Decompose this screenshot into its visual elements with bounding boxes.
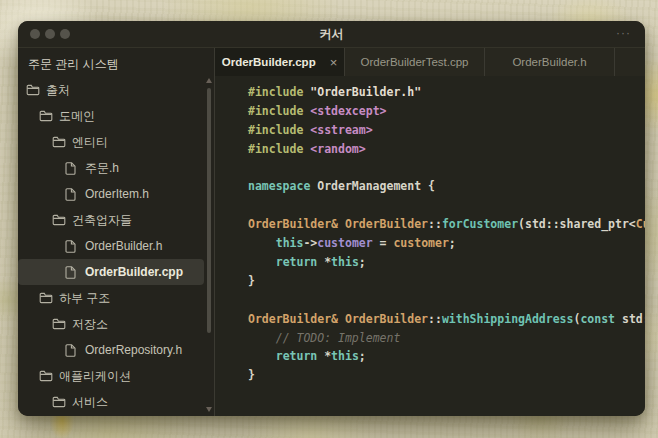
file-explorer-sidebar: 주문 관리 시스템 출처도메인엔티티주문.hOrderItem.h건축업자들Or… [18, 48, 214, 416]
code-token: <random> [310, 142, 365, 156]
code-line: #include <sstream> [248, 121, 645, 140]
sidebar-item[interactable]: 서비스 [18, 389, 214, 415]
code-line: #include "OrderBuilder.h" [248, 83, 645, 102]
code-token: = [373, 236, 394, 250]
sidebar-item-label: 건축업자들 [72, 212, 132, 229]
code-line: #include <random> [248, 140, 645, 159]
window-body: 주문 관리 시스템 출처도메인엔티티주문.hOrderItem.h건축업자들Or… [18, 48, 645, 416]
tab-label: OrderBuilder.h [512, 56, 586, 68]
code-token: <sstream> [310, 123, 372, 137]
sidebar-item-label: 도메인 [59, 108, 95, 125]
window-title: 커서 [18, 26, 645, 43]
sidebar-item-label: OrderBuilder.h [85, 239, 162, 253]
sidebar-item-selected[interactable]: OrderBuilder.cpp [18, 259, 204, 285]
sidebar-item[interactable]: 도메인 [18, 103, 214, 129]
tab-orderbuildertest-cpp[interactable]: OrderBuilderTest.cpp [345, 48, 485, 76]
file-icon [65, 344, 80, 357]
file-icon [65, 188, 80, 201]
sidebar-item[interactable]: 건축업자들 [18, 207, 214, 233]
code-line: #include <stdexcept> [248, 102, 645, 121]
folder-icon [39, 292, 54, 304]
code-line: } [248, 366, 645, 385]
sidebar-scrollbar[interactable] [206, 78, 211, 412]
code-token: Cus [636, 217, 645, 231]
sidebar-item[interactable]: 엔티티 [18, 129, 214, 155]
scroll-up-arrow-icon[interactable] [206, 78, 212, 83]
sidebar-item[interactable]: 주문.h [18, 155, 214, 181]
tab-bar: OrderBuilder.cpp×OrderBuilderTest.cppOrd… [215, 48, 645, 76]
code-token: * [317, 255, 331, 269]
tab-orderbuilder-cpp[interactable]: OrderBuilder.cpp× [215, 48, 345, 76]
sidebar-item[interactable]: OrderRepository.h [18, 337, 214, 363]
title-bar: 커서 ··· [18, 21, 645, 48]
sidebar-item-label: 서비스 [72, 394, 108, 411]
code-token: OrderBuilder [345, 217, 428, 231]
sidebar-item-label: OrderItem.h [85, 187, 149, 201]
sidebar-item-label: OrderBuilder.cpp [85, 265, 183, 279]
code-token [338, 312, 345, 326]
file-icon [65, 240, 80, 253]
code-token: ; [449, 236, 456, 250]
code-line: // TODO: Implement [248, 329, 645, 348]
sidebar-item-label: 애플리케이션 [59, 368, 131, 385]
desktop-background: { "window": { "title": "커서", "overflow_l… [0, 0, 658, 438]
code-line [248, 159, 645, 178]
code-line: namespace OrderManagement { [248, 177, 645, 196]
folder-icon [26, 84, 41, 96]
folder-icon [39, 110, 54, 122]
code-token: "OrderBuilder.h" [310, 85, 421, 99]
code-token: ; [359, 349, 366, 363]
code-token: return [276, 255, 318, 269]
code-line: this->customer = customer; [248, 234, 645, 253]
folder-icon [39, 370, 54, 382]
code-line: return *this; [248, 347, 645, 366]
tab-close-icon[interactable]: × [330, 55, 338, 70]
file-icon [65, 266, 80, 279]
code-token: OrderBuilder& [248, 217, 338, 231]
code-token [248, 255, 276, 269]
code-token: forCustomer [442, 217, 518, 231]
sidebar-item[interactable]: OrderItem.h [18, 181, 214, 207]
code-token: OrderBuilder [345, 312, 428, 326]
sidebar-item[interactable]: 저장소 [18, 311, 214, 337]
code-token: ; [359, 255, 366, 269]
code-token [248, 349, 276, 363]
code-token: :: [428, 217, 442, 231]
folder-icon [52, 396, 67, 408]
code-token: #include [248, 85, 303, 99]
sidebar-item-label: 하부 구조 [59, 290, 110, 307]
code-token: customer [317, 236, 372, 250]
folder-icon [52, 318, 67, 330]
code-token [248, 236, 276, 250]
code-token: } [248, 368, 255, 382]
code-token [338, 217, 345, 231]
code-token: * [317, 349, 331, 363]
code-token: namespace [248, 179, 310, 193]
sidebar-item[interactable]: 출처 [18, 77, 214, 103]
code-editor[interactable]: #include "OrderBuilder.h"#include <stdex… [215, 76, 645, 416]
code-line [248, 291, 645, 310]
code-token: return [276, 349, 318, 363]
scrollbar-thumb[interactable] [207, 88, 211, 333]
code-token: std:: [615, 312, 645, 326]
tab-label: OrderBuilder.cpp [222, 56, 316, 68]
sidebar-item-label: OrderRepository.h [85, 343, 182, 357]
tab-orderbuilder-h[interactable]: OrderBuilder.h [485, 48, 615, 76]
code-token: #include [248, 104, 303, 118]
code-line: OrderBuilder& OrderBuilder::forCustomer(… [248, 215, 645, 234]
sidebar-item-label: 저장소 [72, 316, 108, 333]
sidebar-item[interactable]: OrderBuilder.h [18, 233, 214, 259]
scroll-down-arrow-icon[interactable] [206, 407, 212, 412]
code-line [248, 196, 645, 215]
file-icon [65, 162, 80, 175]
code-token: } [248, 274, 255, 288]
sidebar-item[interactable]: 애플리케이션 [18, 363, 214, 389]
overflow-menu-icon[interactable]: ··· [616, 21, 631, 47]
code-token [248, 331, 276, 345]
code-token: this [331, 349, 359, 363]
sidebar-item[interactable]: 하부 구조 [18, 285, 214, 311]
code-token: #include [248, 142, 303, 156]
code-token: -> [303, 236, 317, 250]
code-token: const [580, 312, 615, 326]
sidebar-item-label: 출처 [46, 82, 70, 99]
